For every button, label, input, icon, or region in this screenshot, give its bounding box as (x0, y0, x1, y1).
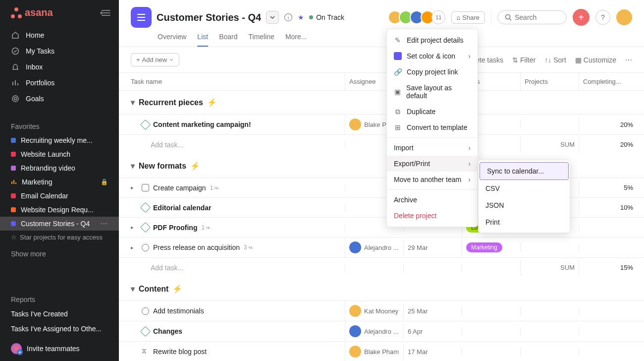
customize-button[interactable]: ▦Customize (575, 56, 616, 64)
dropdown-item[interactable]: Import› (387, 140, 478, 156)
assignee-cell[interactable]: Kat Mooney (345, 301, 403, 321)
projects-cell[interactable] (520, 307, 579, 315)
tags-cell[interactable] (462, 348, 520, 356)
submenu-sync-calendar[interactable]: Sync to calendar... (480, 162, 569, 180)
projects-cell[interactable] (520, 120, 579, 128)
completing-cell[interactable] (579, 243, 637, 251)
completing-cell[interactable] (579, 307, 637, 315)
info-icon[interactable] (284, 13, 293, 22)
assignee-cell[interactable]: Alejandro ... (345, 321, 403, 341)
completing-cell[interactable] (579, 348, 637, 356)
submenu-json[interactable]: JSON (479, 197, 570, 214)
submenu-csv[interactable]: CSV (479, 180, 570, 197)
dropdown-item[interactable]: ⧉Duplicate (387, 104, 478, 120)
nav-portfolios[interactable]: Portfolios (0, 75, 119, 91)
due-cell[interactable]: 6 Apr (403, 324, 462, 339)
help-button[interactable]: ? (595, 10, 610, 25)
favorite-item[interactable]: Marketing🔒 (0, 175, 119, 189)
report-item[interactable]: Tasks I've Created (0, 306, 119, 321)
user-avatar[interactable] (616, 9, 632, 25)
dropdown-item[interactable]: ▣Save layout as default (387, 80, 478, 104)
task-row[interactable]: ▸Press release on acquisition3 Alejandro… (119, 237, 644, 257)
task-row[interactable]: Content marketing campaign!Blake Pham23 … (119, 114, 644, 134)
star-icon[interactable]: ★ (298, 13, 304, 21)
more-actions-icon[interactable]: ⋯ (625, 56, 632, 64)
due-cell[interactable]: 17 Mar (403, 344, 462, 360)
tab-more[interactable]: More... (285, 33, 307, 47)
task-check-icon[interactable] (142, 348, 149, 356)
due-cell[interactable]: 25 Mar (403, 303, 462, 319)
completing-cell[interactable] (579, 224, 637, 232)
dropdown-item[interactable]: Set color & icon› (387, 48, 478, 64)
dropdown-item[interactable]: ✎Edit project details (387, 32, 478, 48)
project-icon[interactable] (131, 7, 152, 28)
tab-timeline[interactable]: Timeline (249, 33, 274, 47)
tags-cell[interactable]: Marketing (462, 239, 520, 256)
task-check-icon[interactable] (142, 244, 149, 251)
task-check-icon[interactable] (140, 119, 151, 129)
nav-home[interactable]: Home (0, 27, 119, 43)
report-item[interactable]: Tasks I've Assigned to Othe... (0, 321, 119, 336)
projects-cell[interactable] (520, 348, 579, 356)
global-add-button[interactable]: + (573, 9, 590, 26)
projects-cell[interactable] (520, 243, 579, 251)
dropdown-item[interactable]: Move to another team› (387, 172, 478, 187)
member-avatars[interactable]: 11 (391, 10, 445, 24)
favorite-item[interactable]: Email Calendar (0, 189, 119, 203)
chevron-down-icon[interactable]: ▾ (131, 161, 135, 171)
task-check-icon[interactable] (140, 202, 151, 213)
task-row[interactable]: ChangesAlejandro ...6 Apr (119, 321, 644, 341)
dropdown-item[interactable]: Export/Print› (387, 156, 478, 172)
task-row[interactable]: Add testimonialsKat Mooney25 Mar (119, 301, 644, 321)
nav-my-tasks[interactable]: My Tasks (0, 43, 119, 59)
favorite-item[interactable]: Recruiting weekly me... (0, 133, 119, 147)
logo[interactable]: asana (11, 7, 53, 18)
tags-cell[interactable] (462, 327, 520, 335)
favorite-item[interactable]: Customer Stories - Q4⋯ (0, 217, 119, 231)
assignee-cell[interactable]: Alejandro ... (345, 238, 403, 257)
completing-cell[interactable] (579, 327, 637, 335)
task-check-icon[interactable] (140, 222, 151, 233)
tab-board[interactable]: Board (219, 33, 237, 47)
favorite-item[interactable]: Website Launch (0, 147, 119, 161)
completing-cell[interactable]: 10% (579, 200, 637, 215)
projects-cell[interactable] (520, 327, 579, 335)
expand-icon[interactable]: ▸ (131, 224, 138, 231)
completing-cell[interactable]: 5% (579, 180, 637, 195)
search-box[interactable] (497, 10, 567, 24)
expand-icon[interactable]: ▸ (131, 244, 138, 251)
task-row[interactable]: Rewrite blog postBlake Pham17 Mar (119, 341, 644, 361)
nav-goals[interactable]: Goals (0, 91, 119, 107)
status-badge[interactable]: On Track (309, 13, 344, 21)
section-header[interactable]: ▾Recurrent pieces⚡ (119, 91, 644, 114)
expand-icon[interactable]: ▸ (131, 184, 138, 191)
filter-button[interactable]: ⇅Filter (512, 56, 536, 64)
chevron-down-icon[interactable]: ▾ (131, 98, 135, 107)
collapse-sidebar-icon[interactable] (100, 9, 111, 16)
task-check-icon[interactable] (142, 184, 149, 191)
add-new-button[interactable]: + Add new (131, 53, 179, 66)
more-icon[interactable]: ⋯ (101, 220, 108, 228)
invite-teammates[interactable]: Invite teammates (0, 336, 119, 361)
show-more[interactable]: Show more (0, 244, 119, 264)
task-check-icon[interactable] (140, 326, 151, 336)
dropdown-item[interactable]: Delete project (387, 208, 478, 224)
add-task[interactable]: Add task... (119, 136, 345, 154)
assignee-cell[interactable]: Blake Pham (345, 342, 403, 361)
tab-overview[interactable]: Overview (158, 33, 186, 47)
section-header[interactable]: ▾Content⚡ (119, 277, 644, 301)
share-button[interactable]: ⩍Share (451, 11, 485, 24)
dropdown-item[interactable]: Archive (387, 192, 478, 208)
nav-inbox[interactable]: Inbox (0, 59, 119, 75)
task-check-icon[interactable] (142, 307, 149, 315)
tab-list[interactable]: List (197, 33, 208, 47)
due-cell[interactable]: 29 Mar (403, 240, 462, 255)
completing-cell[interactable]: 20% (579, 117, 637, 132)
favorite-item[interactable]: Rebranding video (0, 161, 119, 175)
chevron-down-icon[interactable]: ▾ (131, 284, 135, 294)
tags-cell[interactable] (462, 307, 520, 315)
add-task[interactable]: Add task... (119, 259, 345, 277)
sort-button[interactable]: ↑↓Sort (544, 56, 566, 64)
project-menu-button[interactable] (266, 11, 279, 24)
avatar-count[interactable]: 11 (431, 10, 445, 24)
